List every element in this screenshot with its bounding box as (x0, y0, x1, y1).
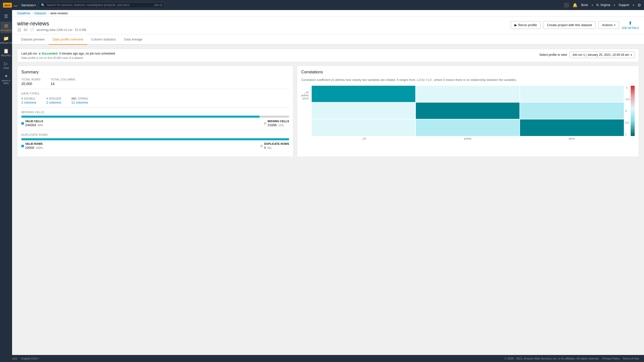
sidebar-item-menu[interactable]: ☰ (1, 12, 12, 21)
tab-data-lineage[interactable]: Data lineage (120, 34, 146, 45)
sidebar-item-whatsnew[interactable]: ✦ WHAT'S NEW (1, 72, 12, 86)
corr-cell-1-1 (416, 103, 519, 119)
dup-rows-count: 0 (264, 146, 266, 150)
sidebar-item-datasets[interactable]: ⊞ DATASETS (1, 22, 12, 33)
region-name[interactable]: N. Virginia (596, 3, 610, 7)
status-suffix: 3 minutes ago ago, no job runs scheduled (59, 52, 115, 55)
missing-cells-count: 31696 (268, 123, 277, 127)
file-size: 52.9 MB (75, 28, 86, 32)
valid-rows-pct: 100% (36, 146, 43, 149)
divider-1 (21, 89, 289, 89)
projects-icon: 📁 (3, 36, 9, 41)
missing-cells-label: MISSING CELLS (21, 111, 289, 114)
jobs-icon: ▷ (4, 61, 8, 66)
corr-cell-2-0 (312, 119, 415, 136)
region-chevron[interactable]: ▾ (614, 4, 615, 7)
divider-2 (21, 107, 289, 108)
total-rows-stat: TOTAL ROWS 20,000 (21, 78, 41, 86)
valid-rows-name: VALID ROWS (25, 142, 43, 145)
corr-cell-1-0 (312, 103, 415, 119)
rerun-profile-button[interactable]: ▶ Rerun profile (511, 21, 541, 29)
profile-dropdown[interactable]: Job run 1 | January 25, 2021, 10:40:18 a… (570, 52, 635, 58)
profile-selector: Select profile to view Job run 1 | Janua… (539, 52, 635, 58)
dtype-string: ABC STRING 11 columns (71, 97, 88, 104)
actions-button[interactable]: Actions ▾ (598, 21, 619, 29)
actions-chevron: ▾ (614, 24, 615, 26)
play-icon: ▶ (514, 23, 517, 27)
breadcrumb: DataBrew › Datasets › wine-reviews (12, 10, 644, 17)
dup-rows-label-group: DUPLICATE ROWS 0 0% (260, 142, 289, 150)
corr-cell-2-2 (520, 119, 624, 136)
string-type-label: STRING (78, 97, 88, 100)
bell-icon[interactable]: 🔔 (573, 3, 578, 8)
breadcrumb-datasets[interactable]: Datasets (34, 12, 46, 15)
page-meta: ⬜ S3 📄 winemag-data-130k-v2.csv 52.9 MB (17, 28, 86, 32)
language-selector[interactable]: English (US) ▾ (21, 357, 39, 360)
valid-dot (21, 122, 24, 125)
breadcrumb-databrew[interactable]: DataBrew (17, 12, 30, 15)
search-bar[interactable]: 🔍 [Alt+S] (39, 2, 165, 8)
recipes-icon: 📋 (3, 48, 9, 54)
status-note: Data profile is run on first 20,000 rows… (21, 56, 115, 59)
settings-icon[interactable]: ⚙ (637, 3, 641, 8)
support-label[interactable]: Support (619, 3, 629, 7)
valid-rows-label-group: VALID ROWS 20000 100% (21, 142, 43, 150)
status-prefix: Last job run (21, 52, 37, 55)
string-icon: ABC (71, 97, 77, 100)
tab-dataset-preview[interactable]: Dataset preview (17, 34, 49, 45)
double-count[interactable]: 1 columns (21, 101, 36, 104)
status-badge: Succeeded (39, 52, 58, 56)
tabs: Dataset preview Data profile overview Co… (12, 34, 644, 45)
correlations-chart: _c0 points price (301, 86, 635, 140)
summary-totals: TOTAL ROWS 20,000 TOTAL COLUMNS 14 (21, 78, 289, 86)
user-chevron[interactable]: ▾ (592, 4, 593, 7)
search-shortcut: [Alt+S] (154, 4, 163, 7)
corr-cell-0-1 (416, 86, 519, 102)
search-input[interactable] (47, 3, 152, 7)
string-count[interactable]: 11 columns (71, 101, 88, 104)
language-chevron: ▾ (37, 357, 39, 360)
aws-logo-text: aws (3, 3, 12, 8)
file-name: winemag-data-130k-v2.csv (36, 28, 72, 32)
create-project-button[interactable]: Create project with this dataset (543, 21, 595, 29)
total-columns-stat: TOTAL COLUMNS 14 (51, 78, 75, 86)
services-button[interactable]: Services ▾ (21, 3, 36, 7)
dup-rows-dot (260, 145, 263, 147)
privacy-policy-link[interactable]: Privacy Policy (602, 357, 620, 360)
integer-count[interactable]: 2 columns (46, 101, 61, 104)
correlations-title: Correlations (301, 70, 635, 74)
missing-cells-label-group: MISSING CELLS 31696 11% (264, 120, 289, 127)
legend-bar (631, 86, 635, 136)
dropdown-chevron: ▾ (631, 54, 632, 56)
corr-matrix-wrap: _c0 points price (312, 86, 624, 140)
sidebar-item-projects[interactable]: 📁 PROJECTS (1, 34, 12, 46)
data-types-row: # DOUBLE 1 columns # INTEGER 2 columns (21, 97, 289, 104)
job-details-button[interactable]: ⬆ JOB DETAILS (622, 20, 639, 29)
support-chevron[interactable]: ▾ (633, 4, 634, 7)
sidebar-item-label: PROJECTS (0, 42, 12, 44)
page-title: wine-reviews (17, 20, 86, 27)
user-name[interactable]: Boris (581, 3, 588, 7)
missing-cells-labels: VALID CELLS 248304 89% MISSING CELLS (21, 120, 289, 127)
valid-rows-fill (21, 138, 289, 140)
tab-column-statistics[interactable]: Column statistics (87, 34, 120, 45)
breadcrumb-sep-2: › (48, 12, 49, 15)
sidebar-item-recipes[interactable]: 📋 RECIPES (1, 47, 12, 58)
panels: Summary TOTAL ROWS 20,000 TOTAL COLUMNS … (17, 66, 639, 157)
valid-cells-fill (21, 116, 260, 118)
corr-y-labels: _c0 points price (301, 86, 310, 107)
sidebar-item-jobs[interactable]: ▷ JOBS (1, 59, 12, 71)
footer: Feedback English (US) ▾ © 2008 - 2021, A… (0, 355, 644, 362)
dup-rows-values: 0 0% (264, 146, 289, 150)
y-label-c0: _c0 (301, 91, 310, 94)
total-columns-label: TOTAL COLUMNS (51, 78, 75, 81)
aws-logo[interactable]: aws (3, 3, 18, 8)
legend-ticks: -1 -0.5 0 0.5 1 (625, 86, 630, 136)
missing-dot (264, 122, 266, 125)
cloud-icon[interactable]: ⬛ (564, 3, 569, 8)
total-columns-value: 14 (51, 82, 75, 86)
tab-data-profile-overview[interactable]: Data profile overview (49, 34, 87, 45)
terms-of-use-link[interactable]: Terms of Use (623, 357, 639, 360)
missing-cells-name: MISSING CELLS (268, 120, 289, 123)
duplicate-rows-section: DUPLICATE ROWS VALID ROWS 20000 100% (21, 133, 289, 150)
